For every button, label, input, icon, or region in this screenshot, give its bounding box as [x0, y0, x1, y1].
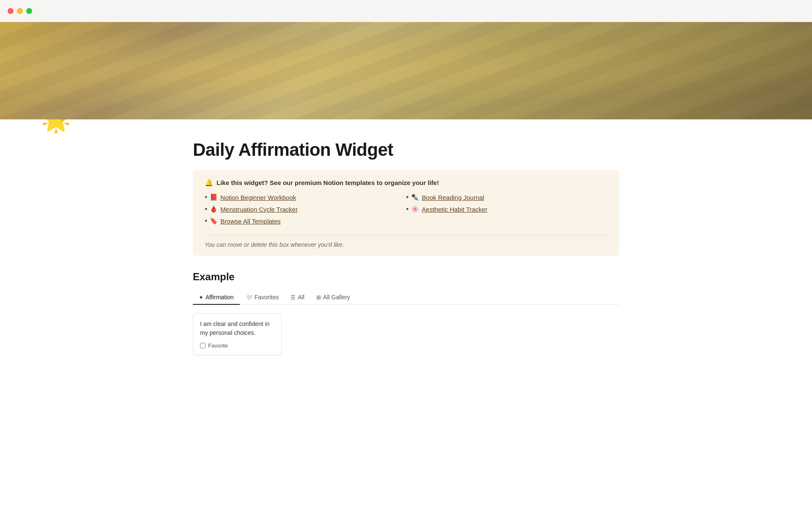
emoji-icon: 🩸 [210, 205, 218, 213]
promo-lists: 📕 Notion Beginner Workbook 🩸 Menstruatio… [205, 193, 607, 229]
emoji-icon: 📕 [210, 193, 218, 201]
promo-box: 🔔 Like this widget? See our premium Noti… [193, 170, 619, 256]
promo-note: You can move or delete this box whenever… [205, 241, 607, 248]
promo-list-right: ✒️ Book Reading Journal 🌸 Aesthetic Habi… [406, 193, 607, 229]
promo-list-left: 📕 Notion Beginner Workbook 🩸 Menstruatio… [205, 193, 406, 229]
affirmation-card: I am clear and confident in my personal … [193, 313, 282, 355]
page-content: Daily Affirmation Widget 🔔 Like this wid… [152, 140, 660, 381]
promo-divider [205, 235, 607, 235]
affirmation-tab-label: Affirmation [206, 294, 234, 301]
aesthetic-habit-tracker-link[interactable]: Aesthetic Habit Tracker [422, 206, 487, 213]
example-section-title: Example [193, 271, 619, 283]
browse-all-templates-link[interactable]: Browse All Templates [220, 218, 280, 225]
title-bar [0, 0, 812, 22]
maximize-button[interactable] [26, 8, 32, 14]
emoji-icon: 🔖 [210, 217, 218, 225]
affirmation-tab-icon: ✦ [199, 294, 203, 301]
book-reading-journal-link[interactable]: Book Reading Journal [422, 194, 484, 201]
emoji-icon: 🌸 [411, 205, 419, 213]
page-title: Daily Affirmation Widget [193, 140, 619, 160]
notion-beginner-workbook-link[interactable]: Notion Beginner Workbook [220, 194, 296, 201]
card-checkbox-row: Favorite [200, 342, 274, 349]
card-text: I am clear and confident in my personal … [200, 320, 274, 337]
promo-header: 🔔 Like this widget? See our premium Noti… [205, 179, 607, 187]
all-tab-icon: ☰ [291, 294, 296, 301]
close-button[interactable] [8, 8, 14, 14]
all-tab-label: All [298, 294, 304, 301]
list-item: 📕 Notion Beginner Workbook [205, 193, 406, 201]
menstruation-cycle-tracker-link[interactable]: Menstruation Cycle Tracker [220, 206, 298, 213]
list-item: 🩸 Menstruation Cycle Tracker [205, 205, 406, 213]
tabs-bar: ✦ Affirmation 🤍 Favorites ☰ All ⊞ All Ga… [193, 290, 619, 305]
list-item: 🌸 Aesthetic Habit Tracker [406, 205, 607, 213]
list-item: 🔖 Browse All Templates [205, 217, 406, 225]
promo-icon: 🔔 [205, 179, 213, 187]
favorites-tab-icon: 🤍 [246, 294, 252, 301]
promo-header-text: Like this widget? See our premium Notion… [217, 179, 439, 186]
minimize-button[interactable] [17, 8, 23, 14]
tab-all[interactable]: ☰ All [285, 290, 310, 305]
tab-affirmation[interactable]: ✦ Affirmation [193, 290, 240, 305]
favorite-checkbox[interactable] [200, 343, 206, 348]
favorite-checkbox-label: Favorite [208, 342, 228, 349]
emoji-icon: ✒️ [411, 193, 419, 201]
favorites-tab-label: Favorites [255, 294, 279, 301]
tab-favorites[interactable]: 🤍 Favorites [240, 290, 285, 305]
all-gallery-tab-icon: ⊞ [316, 294, 321, 301]
tab-all-gallery[interactable]: ⊞ All Gallery [310, 290, 356, 305]
all-gallery-tab-label: All Gallery [323, 294, 350, 301]
list-item: ✒️ Book Reading Journal [406, 193, 607, 201]
hero-banner [0, 22, 812, 119]
